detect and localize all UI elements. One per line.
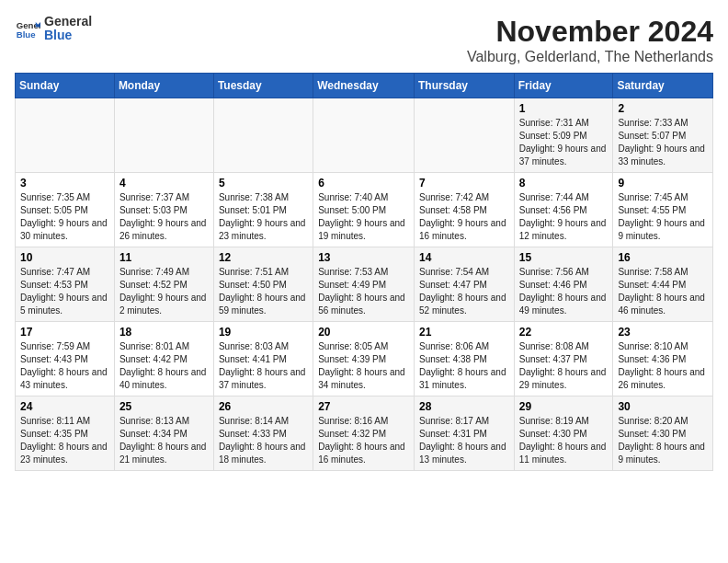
day-info: Sunrise: 8:19 AM Sunset: 4:30 PM Dayligh… xyxy=(519,415,609,466)
day-info: Sunrise: 8:14 AM Sunset: 4:33 PM Dayligh… xyxy=(219,415,308,466)
day-number: 11 xyxy=(119,251,209,264)
calendar-cell: 23Sunrise: 8:10 AM Sunset: 4:36 PM Dayli… xyxy=(613,322,713,396)
calendar-cell: 6Sunrise: 7:40 AM Sunset: 5:00 PM Daylig… xyxy=(313,173,415,247)
day-number: 3 xyxy=(20,177,109,190)
calendar-cell: 20Sunrise: 8:05 AM Sunset: 4:39 PM Dayli… xyxy=(313,322,415,396)
svg-text:Blue: Blue xyxy=(17,29,36,40)
calendar-cell: 17Sunrise: 7:59 AM Sunset: 4:43 PM Dayli… xyxy=(16,322,115,396)
day-info: Sunrise: 8:11 AM Sunset: 4:35 PM Dayligh… xyxy=(20,415,109,466)
calendar-cell: 13Sunrise: 7:53 AM Sunset: 4:49 PM Dayli… xyxy=(313,247,415,322)
calendar-cell: 7Sunrise: 7:42 AM Sunset: 4:58 PM Daylig… xyxy=(414,173,514,247)
calendar-cell xyxy=(213,98,313,173)
day-number: 25 xyxy=(119,400,209,413)
day-info: Sunrise: 7:59 AM Sunset: 4:43 PM Dayligh… xyxy=(20,340,109,392)
day-info: Sunrise: 8:17 AM Sunset: 4:31 PM Dayligh… xyxy=(419,415,509,466)
calendar-cell: 28Sunrise: 8:17 AM Sunset: 4:31 PM Dayli… xyxy=(414,396,514,471)
day-number: 17 xyxy=(20,326,109,339)
weekday-header-tuesday: Tuesday xyxy=(213,74,313,98)
day-info: Sunrise: 7:37 AM Sunset: 5:03 PM Dayligh… xyxy=(119,191,209,243)
day-info: Sunrise: 7:53 AM Sunset: 4:49 PM Dayligh… xyxy=(318,266,409,317)
calendar-cell: 2Sunrise: 7:33 AM Sunset: 5:07 PM Daylig… xyxy=(613,98,713,173)
logo: General Blue General Blue xyxy=(15,15,92,43)
calendar-cell: 5Sunrise: 7:38 AM Sunset: 5:01 PM Daylig… xyxy=(213,173,313,247)
day-number: 9 xyxy=(618,177,708,190)
location-title: Valburg, Gelderland, The Netherlands xyxy=(467,49,713,65)
calendar-week-4: 17Sunrise: 7:59 AM Sunset: 4:43 PM Dayli… xyxy=(16,322,713,396)
calendar-cell: 30Sunrise: 8:20 AM Sunset: 4:30 PM Dayli… xyxy=(613,396,713,471)
weekday-header-saturday: Saturday xyxy=(613,74,713,98)
calendar-cell: 16Sunrise: 7:58 AM Sunset: 4:44 PM Dayli… xyxy=(613,247,713,322)
calendar-cell xyxy=(313,98,415,173)
page-header: General Blue General Blue November 2024 … xyxy=(15,15,713,65)
day-info: Sunrise: 7:38 AM Sunset: 5:01 PM Dayligh… xyxy=(219,191,308,243)
weekday-header-sunday: Sunday xyxy=(16,74,115,98)
day-info: Sunrise: 7:33 AM Sunset: 5:07 PM Dayligh… xyxy=(618,117,708,168)
day-info: Sunrise: 8:10 AM Sunset: 4:36 PM Dayligh… xyxy=(618,340,708,392)
day-info: Sunrise: 8:01 AM Sunset: 4:42 PM Dayligh… xyxy=(119,340,209,392)
day-info: Sunrise: 7:42 AM Sunset: 4:58 PM Dayligh… xyxy=(419,191,509,243)
day-number: 12 xyxy=(219,251,308,264)
day-number: 8 xyxy=(519,177,609,190)
day-info: Sunrise: 7:44 AM Sunset: 4:56 PM Dayligh… xyxy=(519,191,609,243)
weekday-header-thursday: Thursday xyxy=(414,74,514,98)
day-number: 4 xyxy=(119,177,209,190)
day-info: Sunrise: 7:54 AM Sunset: 4:47 PM Dayligh… xyxy=(419,266,509,317)
logo-text: General Blue xyxy=(44,15,92,43)
day-info: Sunrise: 7:56 AM Sunset: 4:46 PM Dayligh… xyxy=(519,266,609,317)
calendar-table: SundayMondayTuesdayWednesdayThursdayFrid… xyxy=(15,73,713,471)
day-number: 22 xyxy=(519,326,609,339)
calendar-cell: 1Sunrise: 7:31 AM Sunset: 5:09 PM Daylig… xyxy=(514,98,613,173)
day-number: 21 xyxy=(419,326,509,339)
day-number: 20 xyxy=(318,326,409,339)
day-number: 13 xyxy=(318,251,409,264)
calendar-cell: 24Sunrise: 8:11 AM Sunset: 4:35 PM Dayli… xyxy=(16,396,115,471)
calendar-cell: 27Sunrise: 8:16 AM Sunset: 4:32 PM Dayli… xyxy=(313,396,415,471)
day-info: Sunrise: 7:49 AM Sunset: 4:52 PM Dayligh… xyxy=(119,266,209,317)
day-info: Sunrise: 7:45 AM Sunset: 4:55 PM Dayligh… xyxy=(618,191,708,243)
day-info: Sunrise: 8:05 AM Sunset: 4:39 PM Dayligh… xyxy=(318,340,409,392)
calendar-week-5: 24Sunrise: 8:11 AM Sunset: 4:35 PM Dayli… xyxy=(16,396,713,471)
day-number: 19 xyxy=(219,326,308,339)
day-info: Sunrise: 8:20 AM Sunset: 4:30 PM Dayligh… xyxy=(618,415,708,466)
calendar-cell: 21Sunrise: 8:06 AM Sunset: 4:38 PM Dayli… xyxy=(414,322,514,396)
calendar-cell: 26Sunrise: 8:14 AM Sunset: 4:33 PM Dayli… xyxy=(213,396,313,471)
day-number: 6 xyxy=(318,177,409,190)
calendar-week-2: 3Sunrise: 7:35 AM Sunset: 5:05 PM Daylig… xyxy=(16,173,713,247)
day-number: 30 xyxy=(618,400,708,413)
calendar-cell xyxy=(16,98,115,173)
day-number: 15 xyxy=(519,251,609,264)
day-number: 5 xyxy=(219,177,308,190)
day-info: Sunrise: 7:40 AM Sunset: 5:00 PM Dayligh… xyxy=(318,191,409,243)
calendar-cell: 3Sunrise: 7:35 AM Sunset: 5:05 PM Daylig… xyxy=(16,173,115,247)
calendar-cell: 10Sunrise: 7:47 AM Sunset: 4:53 PM Dayli… xyxy=(16,247,115,322)
month-title: November 2024 xyxy=(467,15,713,49)
calendar-cell: 14Sunrise: 7:54 AM Sunset: 4:47 PM Dayli… xyxy=(414,247,514,322)
calendar-header-row: SundayMondayTuesdayWednesdayThursdayFrid… xyxy=(16,74,713,98)
calendar-cell: 12Sunrise: 7:51 AM Sunset: 4:50 PM Dayli… xyxy=(213,247,313,322)
day-number: 23 xyxy=(618,326,708,339)
day-info: Sunrise: 7:35 AM Sunset: 5:05 PM Dayligh… xyxy=(20,191,109,243)
day-info: Sunrise: 8:13 AM Sunset: 4:34 PM Dayligh… xyxy=(119,415,209,466)
day-info: Sunrise: 8:16 AM Sunset: 4:32 PM Dayligh… xyxy=(318,415,409,466)
day-number: 24 xyxy=(20,400,109,413)
day-info: Sunrise: 7:51 AM Sunset: 4:50 PM Dayligh… xyxy=(219,266,308,317)
calendar-cell: 25Sunrise: 8:13 AM Sunset: 4:34 PM Dayli… xyxy=(114,396,213,471)
calendar-week-1: 1Sunrise: 7:31 AM Sunset: 5:09 PM Daylig… xyxy=(16,98,713,173)
calendar-cell: 8Sunrise: 7:44 AM Sunset: 4:56 PM Daylig… xyxy=(514,173,613,247)
calendar-cell: 19Sunrise: 8:03 AM Sunset: 4:41 PM Dayli… xyxy=(213,322,313,396)
calendar-cell: 22Sunrise: 8:08 AM Sunset: 4:37 PM Dayli… xyxy=(514,322,613,396)
day-number: 26 xyxy=(219,400,308,413)
weekday-header-monday: Monday xyxy=(114,74,213,98)
logo-line1: General xyxy=(44,15,92,29)
calendar-cell: 4Sunrise: 7:37 AM Sunset: 5:03 PM Daylig… xyxy=(114,173,213,247)
day-number: 29 xyxy=(519,400,609,413)
day-number: 1 xyxy=(519,102,609,115)
calendar-week-3: 10Sunrise: 7:47 AM Sunset: 4:53 PM Dayli… xyxy=(16,247,713,322)
title-area: November 2024 Valburg, Gelderland, The N… xyxy=(467,15,713,65)
day-number: 28 xyxy=(419,400,509,413)
day-info: Sunrise: 7:47 AM Sunset: 4:53 PM Dayligh… xyxy=(20,266,109,317)
day-number: 27 xyxy=(318,400,409,413)
day-number: 7 xyxy=(419,177,509,190)
calendar-cell: 9Sunrise: 7:45 AM Sunset: 4:55 PM Daylig… xyxy=(613,173,713,247)
logo-line2: Blue xyxy=(44,29,92,42)
